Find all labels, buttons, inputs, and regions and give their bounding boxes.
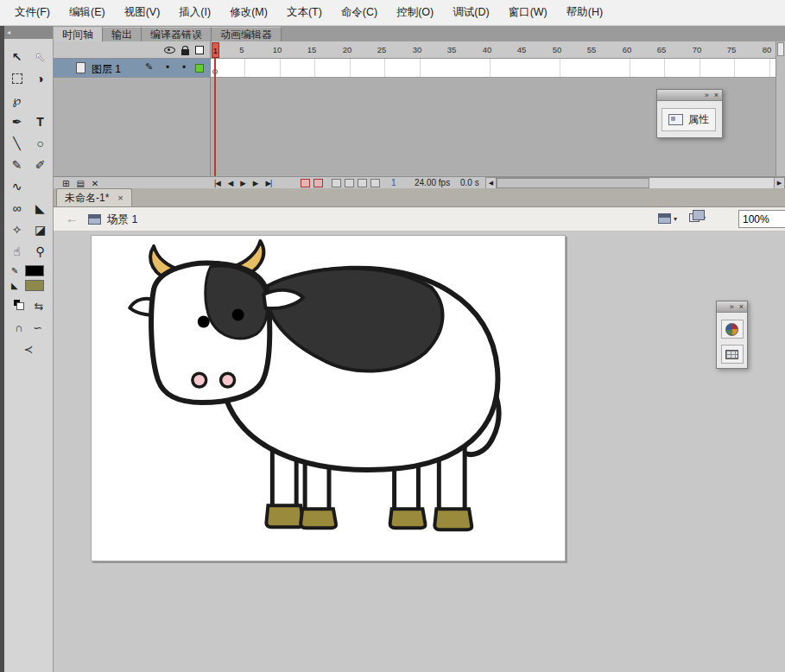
paint-bucket-tool[interactable]: ◣	[28, 197, 52, 219]
stage-pasteboard[interactable]	[54, 231, 785, 672]
deco-tool[interactable]: ∿	[5, 175, 28, 197]
close-panel-icon[interactable]: ×	[714, 92, 719, 99]
layer-frames-row[interactable]	[211, 59, 785, 78]
frame-ruler[interactable]: 1 5 10 15 20 25 30 35 40 45 50 55 60 65 …	[211, 41, 785, 59]
last-frame-button[interactable]: ▶|	[265, 179, 271, 187]
edit-symbols-button[interactable]: ▾	[689, 213, 706, 222]
back-button[interactable]: ←	[66, 211, 79, 225]
menu-view[interactable]: 视图(V)	[115, 0, 170, 25]
onion-markers-button[interactable]	[301, 179, 310, 187]
playhead-marker[interactable]: 1	[212, 42, 219, 58]
menu-help[interactable]: 帮助(H)	[557, 0, 612, 25]
playhead-line[interactable]	[214, 58, 216, 176]
zoom-level-input[interactable]	[738, 210, 785, 228]
delete-layer-button[interactable]: ✕	[92, 179, 98, 188]
lock-layers-icon[interactable]	[181, 49, 189, 55]
cow-hoof	[301, 509, 336, 528]
layer-lock-dot[interactable]: •	[182, 61, 186, 73]
properties-panel-titlebar[interactable]: » ×	[657, 90, 722, 101]
ruler-label: 60	[623, 45, 632, 54]
stage-canvas[interactable]	[91, 235, 566, 561]
bone-tool[interactable]: ∞	[5, 197, 28, 219]
menu-commands[interactable]: 命令(C)	[332, 0, 387, 25]
tab-motion-editor[interactable]: 动画编辑器	[212, 27, 282, 41]
layer-outline-color-swatch[interactable]	[195, 64, 204, 73]
layer-visibility-dot[interactable]: •	[166, 61, 169, 73]
cow-drawing[interactable]	[92, 236, 565, 561]
document-tab[interactable]: 未命名-1* ×	[56, 188, 132, 206]
ruler-label: 15	[307, 45, 317, 54]
menu-debug[interactable]: 调试(D)	[443, 0, 498, 25]
new-folder-button[interactable]: ▤	[76, 179, 84, 188]
color-panel-titlebar[interactable]: » ×	[717, 301, 747, 313]
collapse-panel-icon[interactable]: »	[730, 303, 734, 311]
menu-modify[interactable]: 修改(M)	[220, 0, 277, 25]
menu-window[interactable]: 窗口(W)	[499, 0, 557, 25]
straighten-option-button[interactable]: ≺	[24, 343, 34, 356]
default-colors-button[interactable]	[14, 300, 24, 310]
scroll-right-button[interactable]: ▶	[774, 177, 785, 189]
hand-tool[interactable]: ☝	[5, 240, 28, 262]
tab-compiler-errors[interactable]: 编译器错误	[142, 27, 212, 41]
brush-tool[interactable]: ✐	[28, 154, 52, 175]
oval-tool[interactable]: ○	[28, 132, 52, 154]
next-frame-button[interactable]: ▶	[253, 179, 258, 187]
first-frame-button[interactable]: |◀	[214, 179, 220, 187]
pen-tool[interactable]: ✒	[5, 111, 28, 132]
tools-panel-header[interactable]: ◂	[4, 26, 53, 39]
close-panel-icon[interactable]: ×	[739, 303, 744, 311]
gradient-transform-tool[interactable]: ◑	[28, 67, 52, 89]
loop-playback-button[interactable]	[313, 179, 323, 187]
free-transform-tool[interactable]	[5, 67, 28, 89]
frame-rate-value[interactable]: 24.00 fps	[415, 178, 450, 187]
stroke-color-swatch[interactable]	[25, 265, 44, 276]
layer-name[interactable]: 图层 1	[92, 62, 121, 77]
color-option-row: ⇆	[4, 291, 53, 313]
collapse-panel-icon[interactable]: »	[705, 92, 709, 99]
show-hide-layers-icon[interactable]	[164, 47, 175, 54]
lasso-tool[interactable]: ℘	[5, 89, 28, 111]
smooth-option-button[interactable]: ∽	[33, 321, 42, 334]
swap-colors-button[interactable]: ⇆	[35, 300, 44, 313]
menu-insert[interactable]: 插入(I)	[169, 0, 220, 25]
edit-multiple-frames-button[interactable]	[370, 179, 380, 187]
zoom-tool[interactable]: ⚲	[28, 240, 52, 262]
horizontal-scroll-track[interactable]	[497, 177, 774, 189]
fill-color-swatch[interactable]	[25, 280, 44, 291]
text-tool[interactable]: T	[28, 111, 52, 132]
play-button[interactable]: ▶	[240, 179, 245, 187]
pencil-tool[interactable]: ✎	[5, 154, 28, 175]
vertical-scroll-thumb[interactable]	[777, 42, 784, 56]
swatches-button[interactable]	[721, 345, 744, 364]
line-tool[interactable]: ╲	[5, 132, 28, 154]
tab-output[interactable]: 输出	[103, 27, 142, 41]
close-document-icon[interactable]: ×	[117, 193, 123, 203]
layer-ops-group: ⊞ ▤ ✕	[62, 177, 98, 189]
menu-text[interactable]: 文本(T)	[277, 0, 332, 25]
spacer-cell-2	[28, 175, 52, 197]
menu-file[interactable]: 文件(F)	[5, 0, 60, 25]
menu-control[interactable]: 控制(O)	[387, 0, 443, 25]
timeline-status-bar: ⊞ ▤ ✕ |◀ ◀ ▶ ▶ ▶| 1 24.00 fps	[54, 176, 785, 188]
subselection-tool[interactable]: ↖	[28, 46, 52, 67]
new-layer-button[interactable]: ⊞	[62, 179, 69, 188]
onion-outline-button[interactable]	[358, 179, 367, 187]
layer-row[interactable]: 图层 1 ✎ • •	[54, 59, 210, 78]
tab-timeline[interactable]: 时间轴	[54, 27, 103, 41]
properties-button[interactable]: 属性	[662, 108, 716, 131]
edit-scene-button[interactable]: ▾	[658, 213, 677, 224]
horizontal-scroll-thumb[interactable]	[497, 178, 649, 188]
timeline-vertical-scrollbar[interactable]	[776, 41, 785, 176]
onion-skin-button[interactable]	[345, 179, 354, 187]
prev-frame-button[interactable]: ◀	[228, 179, 233, 187]
outline-layers-icon[interactable]	[195, 46, 204, 54]
selection-tool[interactable]: ↖	[5, 46, 28, 67]
snap-magnet-button[interactable]: ∩	[15, 321, 22, 334]
eraser-tool[interactable]: ◪	[28, 219, 52, 240]
menu-edit[interactable]: 编辑(E)	[60, 0, 115, 25]
center-frame-button[interactable]	[332, 179, 341, 187]
scroll-left-button[interactable]: ◀	[485, 177, 497, 189]
layer-list-header	[54, 41, 210, 59]
eyedropper-tool[interactable]: ✧	[5, 219, 28, 240]
color-mixer-button[interactable]	[721, 320, 744, 339]
